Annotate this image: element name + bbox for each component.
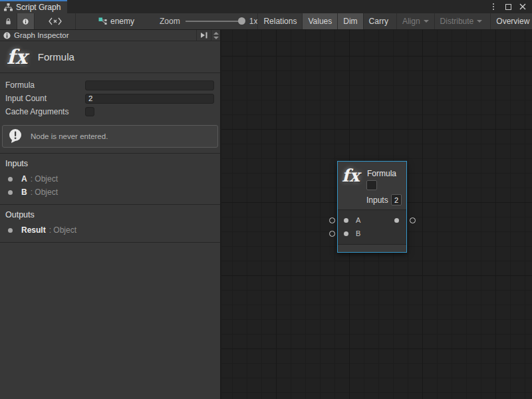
port-dot-icon	[8, 177, 13, 182]
zoom-label: Zoom	[160, 17, 180, 26]
dock-inspector-button[interactable]	[196, 30, 211, 41]
input-port-a-label: A	[356, 216, 360, 224]
inspector-header: Graph Inspector	[0, 30, 220, 41]
distribute-label: Distribute	[440, 17, 474, 26]
node-inputs-label: Inputs	[366, 196, 388, 205]
warning-text: Node is never entered.	[31, 132, 108, 140]
toolbar-toggle-group: Relations Values Dim Carry Align Distrib…	[257, 13, 532, 29]
kebab-menu-icon	[493, 3, 494, 10]
input-port-b-label: B	[356, 229, 360, 237]
unit-fields: Formula Input Count Cache Arguments	[0, 73, 220, 121]
lock-button[interactable]	[0, 13, 17, 29]
panel-scroll-spinner[interactable]	[211, 30, 220, 41]
zoom-slider-knob[interactable]	[238, 17, 245, 25]
formula-node-footer	[338, 244, 406, 252]
carry-button[interactable]: Carry	[363, 13, 394, 29]
port-name: B	[21, 188, 27, 197]
scroll-down-icon	[213, 37, 219, 39]
port-type: : Object	[31, 188, 58, 197]
warning-banner: Node is never entered.	[2, 125, 218, 148]
formula-field-label: Formula	[5, 80, 85, 90]
input-count-label: Input Count	[5, 94, 85, 103]
port-row-b: B : Object	[0, 186, 220, 199]
dim-button[interactable]: Dim	[337, 13, 362, 29]
info-icon	[23, 17, 29, 26]
dock-panel-icon	[200, 32, 208, 39]
unit-title: Formula	[38, 51, 74, 63]
port-dot-icon	[8, 190, 13, 195]
align-label: Align	[402, 17, 420, 26]
close-button[interactable]	[517, 1, 528, 12]
info-icon	[3, 32, 11, 39]
graph-reference-icon	[98, 17, 107, 25]
code-ports-icon	[49, 17, 62, 25]
port-name: A	[21, 174, 27, 184]
input-count-field-row: Input Count	[0, 92, 220, 105]
external-port-ring-a[interactable]	[329, 217, 335, 223]
cache-arguments-field-row: Cache Arguments	[0, 105, 220, 118]
window-controls	[488, 0, 532, 13]
formula-input[interactable]	[85, 80, 214, 90]
window-menu-button[interactable]	[488, 1, 499, 12]
scroll-up-icon	[213, 32, 219, 35]
overview-button[interactable]: Overview	[490, 13, 532, 29]
zoom-value: 1x	[249, 17, 258, 26]
port-type: : Object	[31, 174, 58, 184]
input-port-a-icon[interactable]	[344, 218, 348, 223]
external-port-ring-result[interactable]	[410, 217, 416, 223]
formula-field-row: Formula	[0, 78, 220, 92]
maximize-icon	[505, 4, 511, 10]
port-type: : Object	[49, 225, 76, 235]
formula-fx-icon: fx	[7, 45, 27, 68]
tab-script-graph[interactable]: Script Graph	[0, 0, 67, 13]
graph-toolbar: enemy Zoom 1x Relations Values Dim Carry…	[0, 13, 532, 30]
dropdown-caret-icon	[477, 20, 482, 23]
breadcrumb[interactable]: enemy	[92, 13, 141, 29]
cache-arguments-checkbox[interactable]	[85, 107, 94, 116]
node-formula-input[interactable]	[366, 180, 377, 190]
warning-bubble-icon	[8, 128, 24, 144]
inputs-heading: Inputs	[0, 158, 220, 172]
code-preview-button[interactable]	[35, 13, 76, 29]
port-dot-icon	[8, 228, 13, 233]
script-graph-window: Script Graph	[0, 0, 532, 399]
unit-title-block: fx Formula	[0, 41, 220, 73]
formula-node-header[interactable]: fx Formula Inputs 2	[338, 162, 406, 210]
inspect-toggle-button[interactable]	[17, 13, 35, 29]
tab-label: Script Graph	[16, 3, 61, 12]
formula-node[interactable]: fx Formula Inputs 2 A B	[337, 161, 407, 253]
values-button[interactable]: Values	[302, 13, 337, 29]
relations-button[interactable]: Relations	[257, 13, 302, 29]
close-icon	[519, 3, 526, 10]
external-port-ring-b[interactable]	[329, 231, 335, 237]
zoom-control: Zoom 1x	[160, 13, 257, 29]
node-title: Formula	[367, 169, 396, 178]
input-port-b-icon[interactable]	[344, 231, 348, 236]
graph-canvas[interactable]: fx Formula Inputs 2 A B	[221, 30, 532, 399]
distribute-dropdown[interactable]: Distribute	[434, 13, 488, 29]
formula-fx-icon: fx	[342, 166, 360, 186]
port-row-a: A : Object	[0, 172, 220, 186]
cache-arguments-label: Cache Arguments	[5, 107, 85, 116]
maximize-button[interactable]	[503, 1, 513, 12]
graph-inspector-panel: Graph Inspector fx Formula	[0, 30, 221, 399]
node-input-count-input[interactable]: 2	[391, 194, 402, 205]
dropdown-caret-icon	[424, 20, 429, 23]
input-count-input[interactable]	[85, 94, 214, 104]
port-name: Result	[21, 225, 46, 235]
tab-bar: Script Graph	[0, 0, 532, 13]
inputs-section: Inputs A : Object B : Object	[0, 154, 220, 205]
graph-tree-icon	[4, 3, 13, 11]
formula-node-ports: A B	[338, 210, 406, 244]
breadcrumb-label: enemy	[110, 17, 134, 26]
port-row-result: Result : Object	[0, 223, 220, 237]
lock-icon	[5, 17, 11, 26]
output-port-result-icon[interactable]	[394, 218, 399, 223]
zoom-slider[interactable]	[186, 21, 244, 22]
outputs-heading: Outputs	[0, 209, 220, 223]
main-area: Graph Inspector fx Formula	[0, 30, 532, 399]
inspector-title: Graph Inspector	[14, 31, 68, 39]
align-dropdown[interactable]: Align	[396, 13, 434, 29]
outputs-section: Outputs Result : Object	[0, 205, 220, 243]
